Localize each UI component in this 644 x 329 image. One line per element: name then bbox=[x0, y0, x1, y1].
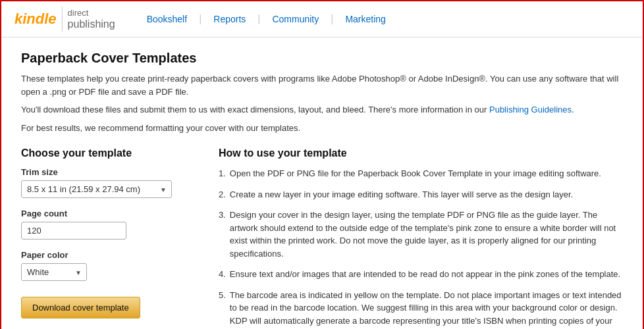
step-number-2: 2. bbox=[219, 188, 226, 201]
nav-community[interactable]: Community bbox=[260, 14, 331, 24]
step-number-4: 4. bbox=[219, 268, 226, 281]
page-count-input[interactable] bbox=[21, 222, 126, 240]
trim-size-select-wrapper: 5 x 8 in (12.7 x 20.32 cm) 5.06 x 7.81 i… bbox=[21, 180, 172, 198]
two-column-layout: Choose your template Trim size 5 x 8 in … bbox=[21, 147, 623, 329]
paper-color-group: Paper color White Cream ▼ bbox=[21, 250, 192, 281]
paper-color-select-wrapper: White Cream ▼ bbox=[21, 263, 87, 281]
page-count-label: Page count bbox=[21, 209, 192, 218]
intro-paragraph-1: These templates help you create print-re… bbox=[21, 72, 623, 98]
step-number-5: 5. bbox=[219, 289, 226, 330]
trim-size-group: Trim size 5 x 8 in (12.7 x 20.32 cm) 5.0… bbox=[21, 167, 192, 198]
page-count-group: Page count bbox=[21, 209, 192, 240]
nav-reports[interactable]: Reports bbox=[201, 14, 257, 24]
steps-list: 1. Open the PDF or PNG file for the Pape… bbox=[219, 167, 623, 329]
step-number-1: 1. bbox=[219, 167, 226, 180]
trim-size-select[interactable]: 5 x 8 in (12.7 x 20.32 cm) 5.06 x 7.81 i… bbox=[21, 180, 172, 198]
publishing-guidelines-link[interactable]: Publishing Guidelines bbox=[489, 105, 572, 114]
intro2-before: You'll download these files and submit t… bbox=[21, 105, 489, 114]
list-item: 2. Create a new layer in your image edit… bbox=[219, 188, 623, 201]
list-item: 5. The barcode area is indicated in yell… bbox=[219, 289, 623, 330]
intro-paragraph-3: For best results, we recommend formattin… bbox=[21, 122, 623, 135]
step-text-3: Design your cover in the design layer, u… bbox=[230, 209, 623, 260]
how-to-use-panel: How to use your template 1. Open the PDF… bbox=[219, 147, 623, 329]
trim-size-label: Trim size bbox=[21, 167, 192, 177]
kindle-logo: kindle bbox=[14, 11, 57, 28]
paper-color-label: Paper color bbox=[21, 250, 192, 260]
list-item: 4. Ensure text and/or images that are in… bbox=[219, 268, 623, 281]
how-to-use-title: How to use your template bbox=[219, 147, 623, 159]
main-nav: Bookshelf | Reports | Community | Market… bbox=[135, 13, 398, 25]
paper-color-select[interactable]: White Cream bbox=[21, 263, 87, 281]
page-title: Paperback Cover Templates bbox=[21, 51, 623, 66]
logo-divider bbox=[62, 7, 63, 32]
step-text-5: The barcode area is indicated in yellow … bbox=[230, 289, 623, 330]
step-text-2: Create a new layer in your image editing… bbox=[230, 188, 573, 201]
choose-template-title: Choose your template bbox=[21, 147, 192, 159]
header: kindle direct publishing Bookshelf | Rep… bbox=[1, 1, 643, 38]
step-text-1: Open the PDF or PNG file for the Paperba… bbox=[230, 167, 601, 180]
logo-publishing: publishing bbox=[68, 18, 115, 30]
step-number-3: 3. bbox=[219, 209, 226, 260]
choose-template-panel: Choose your template Trim size 5 x 8 in … bbox=[21, 147, 192, 329]
nav-marketing[interactable]: Marketing bbox=[333, 14, 397, 24]
intro2-after: . bbox=[572, 105, 574, 114]
intro-paragraph-2: You'll download these files and submit t… bbox=[21, 103, 623, 116]
logo-text: direct publishing bbox=[68, 8, 115, 31]
logo-area: kindle direct publishing bbox=[14, 7, 115, 32]
download-cover-template-button[interactable]: Download cover template bbox=[21, 297, 140, 318]
nav-bookshelf[interactable]: Bookshelf bbox=[135, 14, 199, 24]
list-item: 3. Design your cover in the design layer… bbox=[219, 209, 623, 260]
logo-direct: direct bbox=[68, 8, 115, 18]
list-item: 1. Open the PDF or PNG file for the Pape… bbox=[219, 167, 623, 180]
step-text-4: Ensure text and/or images that are inten… bbox=[230, 268, 620, 281]
main-content: Paperback Cover Templates These template… bbox=[1, 38, 643, 329]
